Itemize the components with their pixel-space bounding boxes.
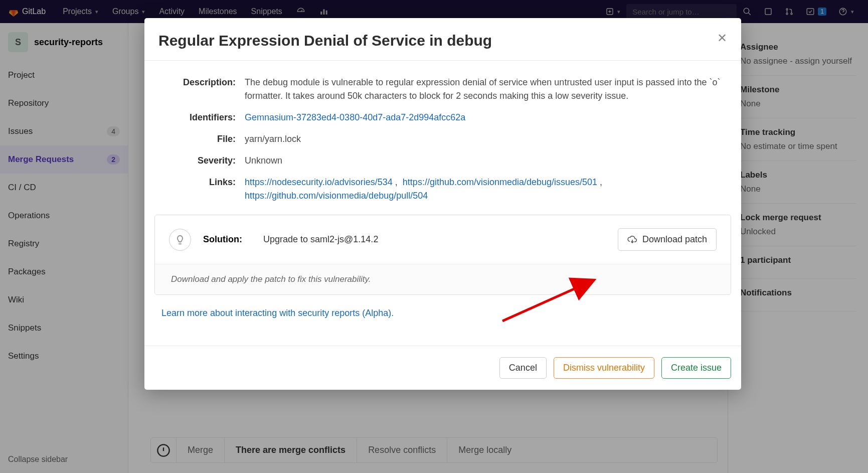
create-issue-button[interactable]: Create issue <box>661 357 731 379</box>
severity-value: Unknown <box>245 154 731 168</box>
solution-card: Solution: Upgrade to saml2-js@1.14.2 Dow… <box>154 215 731 295</box>
dismiss-vulnerability-button[interactable]: Dismiss vulnerability <box>554 357 654 379</box>
description-label: Description: <box>154 76 245 103</box>
identifiers-label: Identifiers: <box>154 111 245 124</box>
close-icon[interactable]: ✕ <box>717 32 727 44</box>
learn-more-link[interactable]: Learn more about interacting with securi… <box>161 308 394 318</box>
solution-note: Download and apply the patch to fix this… <box>155 264 731 294</box>
solution-value: Upgrade to saml2-js@1.14.2 <box>263 234 606 245</box>
download-icon <box>627 235 637 245</box>
vuln-link-2[interactable]: https://github.com/visionmedia/debug/iss… <box>403 177 597 187</box>
file-label: File: <box>154 132 245 146</box>
identifier-link[interactable]: Gemnasium-37283ed4-0380-40d7-ada7-2d994a… <box>245 112 465 122</box>
modal-title: Regular Expression Denial of Service in … <box>158 32 492 49</box>
solution-label: Solution: <box>203 234 251 245</box>
vuln-link-1[interactable]: https://nodesecurity.io/advisories/534 <box>245 177 393 187</box>
cancel-button[interactable]: Cancel <box>499 357 547 379</box>
description-value: The debug module is vulnerable to regula… <box>245 76 731 103</box>
lightbulb-icon <box>169 229 191 251</box>
severity-label: Severity: <box>154 154 245 168</box>
download-patch-button[interactable]: Download patch <box>618 228 717 251</box>
file-value: yarn/yarn.lock <box>245 132 731 146</box>
links-label: Links: <box>154 176 245 203</box>
vuln-link-3[interactable]: https://github.com/visionmedia/debug/pul… <box>245 191 428 201</box>
vulnerability-modal: Regular Expression Denial of Service in … <box>144 18 741 390</box>
